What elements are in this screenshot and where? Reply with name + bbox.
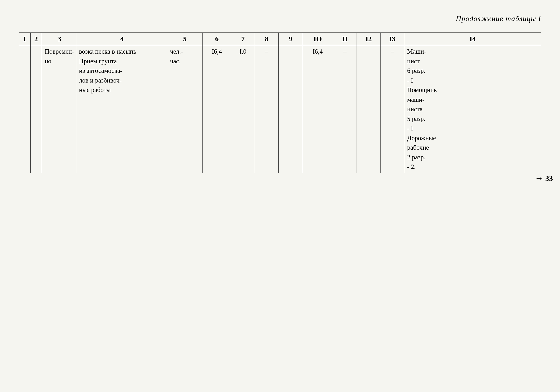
cell-col7: I,0 — [231, 45, 255, 173]
table-wrapper: I 2 3 4 5 6 7 8 9 IO II I2 I3 I4 — [19, 32, 541, 173]
col14-line2: нист — [407, 56, 538, 66]
col3-line2: но — [45, 56, 74, 66]
col4-line3: из автосамосва- — [79, 66, 164, 76]
cell-col14: Маши- нист 6 разр. - I Помощник маши- ни… — [404, 45, 541, 173]
header-col9: 9 — [279, 33, 302, 45]
col14-line12: 2 разр. — [407, 152, 538, 162]
col4-line5: ные работы — [79, 85, 164, 95]
cell-col13: – — [380, 45, 404, 173]
col14-line13: - 2. — [407, 162, 538, 172]
header-col8: 8 — [255, 33, 279, 45]
header-col4: 4 — [77, 33, 167, 45]
cell-col4: возка песка в насыпь Прием грунта из авт… — [77, 45, 167, 173]
cell-col8: – — [255, 45, 279, 173]
col3-line1: Повремен- — [45, 47, 74, 56]
cell-col1 — [19, 45, 30, 173]
header-col12: I2 — [357, 33, 380, 45]
page-title: Продолжение таблицы I — [19, 14, 541, 23]
header-col3: 3 — [42, 33, 77, 45]
header-col7: 7 — [231, 33, 255, 45]
col14-line3: 6 разр. — [407, 66, 538, 76]
header-col1: I — [19, 33, 30, 45]
col14-line4: - I — [407, 76, 538, 85]
col14-line7: ниста — [407, 104, 538, 114]
col5-line2: час. — [170, 56, 200, 66]
header-col11: II — [333, 33, 357, 45]
header-col13: I3 — [380, 33, 404, 45]
header-col14: I4 — [404, 33, 541, 45]
col14-line5: Помощник — [407, 85, 538, 95]
col14-line11: рабочие — [407, 143, 538, 152]
cell-col10: I6,4 — [302, 45, 333, 173]
cell-col2 — [30, 45, 42, 173]
arrow-icon: → — [535, 173, 543, 183]
cell-col5: чел.- час. — [167, 45, 203, 173]
cell-col6: I6,4 — [203, 45, 231, 173]
col14-line9: - I — [407, 124, 538, 133]
header-col5: 5 — [167, 33, 203, 45]
page-number-container: → 33 — [535, 173, 553, 183]
header-col2: 2 — [30, 33, 42, 45]
main-table: I 2 3 4 5 6 7 8 9 IO II I2 I3 I4 — [19, 32, 541, 173]
col14-line10: Дорожные — [407, 133, 538, 143]
col14-line8: 5 разр. — [407, 114, 538, 124]
cell-col3: Повремен- но — [42, 45, 77, 173]
col4-line2: Прием грунта — [79, 56, 164, 66]
page-number: 33 — [545, 174, 553, 183]
page: Продолжение таблицы I I 2 3 4 5 6 7 8 9 … — [0, 0, 560, 392]
header-col10: IO — [302, 33, 333, 45]
col14-line1: Маши- — [407, 47, 538, 56]
cell-col9 — [279, 45, 302, 173]
cell-col12 — [357, 45, 380, 173]
col4-line1: возка песка в насыпь — [79, 47, 164, 56]
col14-line6: маши- — [407, 95, 538, 105]
header-col6: 6 — [203, 33, 231, 45]
table-row: Повремен- но возка песка в насыпь Прием … — [19, 45, 541, 173]
col5-line1: чел.- — [170, 47, 200, 56]
table-header-row: I 2 3 4 5 6 7 8 9 IO II I2 I3 I4 — [19, 33, 541, 45]
col4-line4: лов и разбивоч- — [79, 76, 164, 85]
cell-col11: – — [333, 45, 357, 173]
